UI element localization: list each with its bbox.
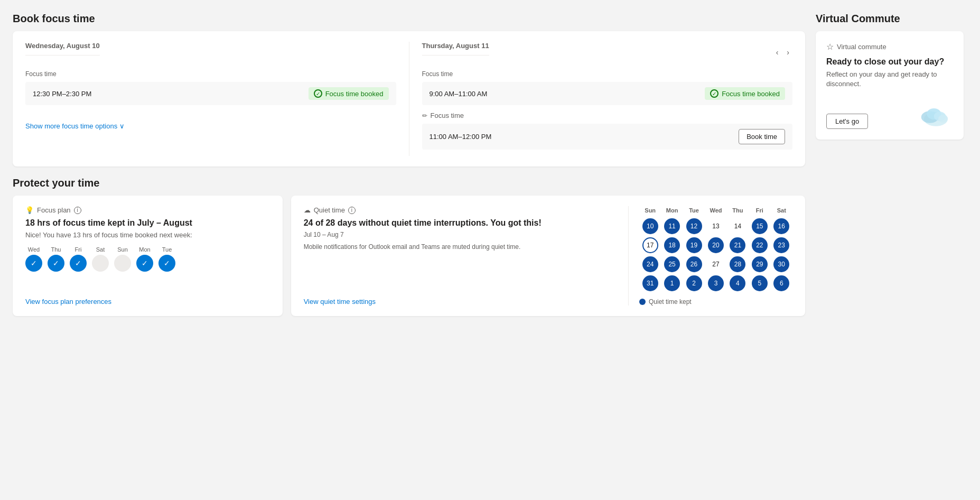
day-col-thu: Thu ✓ — [48, 246, 64, 272]
check-circle-icon-2: ✓ — [710, 89, 718, 98]
quiet-time-title: 24 of 28 days without quiet time interru… — [304, 218, 618, 228]
day-col-fri: Fri ✓ — [70, 246, 87, 272]
quiet-time-card: ☁ Quiet time i 24 of 28 days without qui… — [291, 196, 805, 316]
show-more-label: Show more focus time options — [25, 122, 117, 130]
day-name-sat: Sat — [96, 246, 105, 253]
focus-plan-info-icon[interactable]: i — [74, 207, 81, 214]
cal-cell-5: 5 — [749, 274, 770, 293]
quiet-time-icon-row: ☁ Quiet time i — [304, 206, 618, 214]
day-name-mon: Mon — [139, 246, 150, 253]
quiet-time-label: Quiet time — [314, 206, 345, 214]
wednesday-label: Wednesday, August 10 — [25, 42, 100, 55]
cal-cell-16: 16 — [771, 217, 792, 236]
focus-plan-title: 18 hrs of focus time kept in July – Augu… — [25, 218, 270, 228]
thursday-focus-edit-row: ✏ Focus time — [422, 112, 793, 119]
cloud-illustration — [911, 97, 953, 129]
quiet-mobile-note: Mobile notifications for Outlook email a… — [304, 243, 618, 252]
wednesday-focus-time-label: Focus time — [25, 70, 396, 78]
cal-header-sat: Sat — [771, 206, 792, 217]
mini-calendar: Sun Mon Tue Wed Thu Fri Sat — [639, 206, 792, 293]
vc-header-label: Virtual commute — [837, 43, 886, 51]
cal-cell-6: 6 — [771, 274, 792, 293]
vc-title: Ready to close out your day? — [826, 57, 953, 67]
cal-cell-28: 28 — [727, 255, 749, 274]
check-circle-icon: ✓ — [314, 89, 322, 98]
protect-time-title: Protect your time — [13, 177, 805, 189]
cal-cell-22: 22 — [749, 236, 770, 255]
focus-days-row: Wed ✓ Thu ✓ Fri ✓ — [25, 246, 270, 272]
day-circle-wed: ✓ — [25, 255, 42, 272]
calendar-legend: Quiet time kept — [639, 298, 792, 305]
cal-cell-13: 13 — [705, 217, 726, 236]
wednesday-booked-label: Focus time booked — [325, 90, 384, 98]
cal-header-tue: Tue — [683, 206, 705, 217]
book-focus-time-title: Book focus time — [13, 13, 805, 25]
cal-header-mon: Mon — [661, 206, 683, 217]
chevron-down-icon: ∨ — [119, 122, 125, 130]
cal-cell-3: 3 — [705, 274, 726, 293]
vc-description: Reflect on your day and get ready to dis… — [826, 70, 953, 89]
cal-cell-4: 4 — [727, 274, 749, 293]
legend-dot — [639, 299, 646, 305]
day-name-thu: Thu — [51, 246, 61, 253]
quiet-right-calendar: Sun Mon Tue Wed Thu Fri Sat — [629, 206, 792, 305]
day-col-sat: Sat — [92, 246, 109, 272]
thursday-label: Thursday, August 11 — [422, 42, 489, 55]
cal-cell-21: 21 — [727, 236, 749, 255]
focus-plan-label: Focus plan — [37, 206, 71, 214]
thursday-time-2: 11:00 AM–12:00 PM — [430, 133, 492, 141]
quiet-left-panel: ☁ Quiet time i 24 of 28 days without qui… — [304, 206, 629, 305]
legend-label: Quiet time kept — [649, 298, 692, 305]
day-name-sun: Sun — [117, 246, 128, 253]
view-quiet-time-link[interactable]: View quiet time settings — [304, 298, 618, 305]
pencil-icon: ✏ — [422, 112, 427, 119]
day-circle-mon: ✓ — [136, 255, 153, 272]
thursday-col: Thursday, August 11 ‹ › Focus time 9:00 … — [409, 42, 793, 156]
cal-cell-17: 17 — [639, 236, 661, 255]
star-icon: ☆ — [826, 42, 834, 52]
virtual-commute-section-title: Virtual Commute — [816, 13, 964, 25]
day-circle-fri: ✓ — [70, 255, 87, 272]
cal-cell-31: 31 — [639, 274, 661, 293]
focus-plan-card: 💡 Focus plan i 18 hrs of focus time kept… — [13, 196, 283, 316]
wednesday-time-1: 12:30 PM–2:30 PM — [33, 90, 91, 98]
cloud-icon: ☁ — [304, 206, 311, 214]
cal-cell-12: 12 — [683, 217, 705, 236]
thursday-slot-1: 9:00 AM–11:00 AM ✓ Focus time booked — [422, 82, 793, 105]
cal-cell-20: 20 — [705, 236, 726, 255]
thursday-time-1: 9:00 AM–11:00 AM — [430, 90, 488, 98]
day-col-wed: Wed ✓ — [25, 246, 42, 272]
vc-header-row: ☆ Virtual commute — [826, 42, 953, 52]
cal-cell-30: 30 — [771, 255, 792, 274]
cal-header-sun: Sun — [639, 206, 661, 217]
thursday-booked-badge: ✓ Focus time booked — [705, 87, 785, 100]
day-name-wed: Wed — [28, 246, 40, 253]
next-day-button[interactable]: › — [783, 47, 792, 58]
day-circle-sun — [114, 255, 131, 272]
lets-go-button[interactable]: Let's go — [826, 114, 868, 129]
book-time-button[interactable]: Book time — [739, 129, 785, 144]
cal-cell-18: 18 — [661, 236, 683, 255]
show-more-link[interactable]: Show more focus time options ∨ — [25, 122, 125, 130]
cal-header-fri: Fri — [749, 206, 770, 217]
cal-cell-11: 11 — [661, 217, 683, 236]
cal-cell-24: 24 — [639, 255, 661, 274]
cal-cell-14: 14 — [727, 217, 749, 236]
wednesday-slot-1: 12:30 PM–2:30 PM ✓ Focus time booked — [25, 82, 396, 105]
cal-cell-25: 25 — [661, 255, 683, 274]
thursday-booked-label: Focus time booked — [722, 90, 780, 98]
cal-cell-27: 27 — [705, 255, 726, 274]
thursday-focus-time-label: Focus time — [422, 70, 793, 78]
view-focus-plan-link[interactable]: View focus plan preferences — [25, 298, 270, 305]
wednesday-booked-badge: ✓ Focus time booked — [309, 87, 389, 100]
cal-header-thu: Thu — [727, 206, 749, 217]
prev-day-button[interactable]: ‹ — [773, 47, 782, 58]
svg-point-4 — [938, 115, 948, 123]
cal-cell-23: 23 — [771, 236, 792, 255]
cal-cell-29: 29 — [749, 255, 770, 274]
day-circle-thu: ✓ — [48, 255, 64, 272]
cal-cell-1: 1 — [661, 274, 683, 293]
wednesday-col: Wednesday, August 10 Focus time 12:30 PM… — [25, 42, 409, 156]
quiet-time-info-icon[interactable]: i — [348, 207, 356, 214]
lightbulb-icon: 💡 — [25, 206, 34, 214]
